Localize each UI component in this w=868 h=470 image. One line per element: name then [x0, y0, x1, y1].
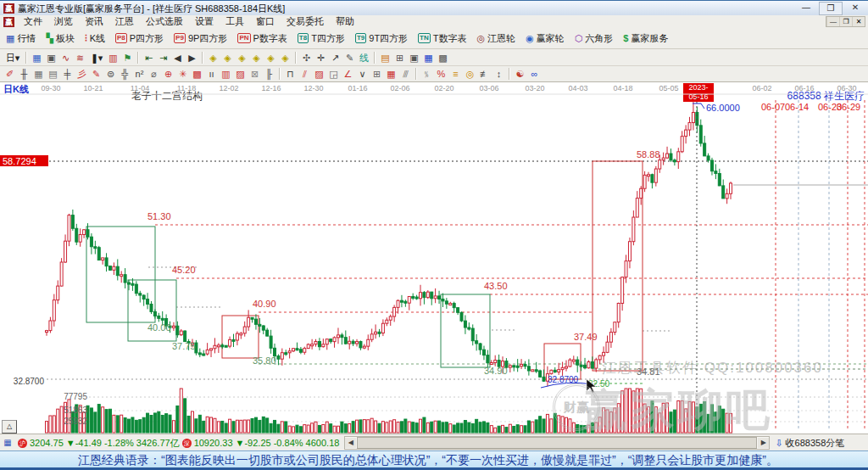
- gann-diamond-2[interactable]: ◈: [220, 51, 235, 64]
- quotes-button[interactable]: ▦行情: [3, 31, 38, 47]
- parallel-lines-tool[interactable]: ⫻: [398, 67, 413, 81]
- menu-江恩[interactable]: 江恩: [109, 15, 140, 28]
- tile-windows-icon[interactable]: ▦: [30, 51, 44, 64]
- time-grid-tool[interactable]: ▥: [219, 67, 233, 81]
- circle-cycle-tool[interactable]: ⊜: [103, 67, 118, 81]
- t-number-button[interactable]: TNT数字表: [415, 31, 469, 47]
- gann-grid-tool[interactable]: ╫: [17, 67, 31, 81]
- p-number-button[interactable]: PNP数字表: [235, 31, 289, 47]
- shenzhen-index-quote[interactable]: 10920.33 ▼-92.25 -0.84% 4600.18: [194, 438, 340, 448]
- last-page-icon[interactable]: ⇥: [156, 51, 170, 64]
- percent-retrace-tool[interactable]: %: [434, 67, 448, 81]
- calculator-icon[interactable]: ⊞: [392, 51, 407, 64]
- diameter-tool[interactable]: ⌀: [147, 67, 161, 81]
- golden-circle-tool[interactable]: ◎: [463, 67, 477, 81]
- quad-box-tool[interactable]: ◲: [326, 67, 341, 81]
- gann-diamond-5[interactable]: ◈: [264, 51, 278, 64]
- matrix-tool[interactable]: ▩: [190, 67, 204, 81]
- menu-资讯[interactable]: 资讯: [79, 15, 109, 28]
- gann-wheel-button[interactable]: ◎江恩轮: [475, 31, 519, 47]
- speed-lines-tool[interactable]: ⫽: [298, 67, 312, 81]
- calendar-icon[interactable]: ▤: [378, 51, 392, 64]
- p-square-button[interactable]: P8P四方形: [113, 31, 166, 47]
- info-panel-icon[interactable]: ▣: [44, 51, 58, 64]
- quote-grid-icon[interactable]: ▦: [2, 438, 14, 448]
- first-page-icon[interactable]: ⇤: [142, 51, 156, 64]
- annotate-tool[interactable]: ✎: [342, 51, 357, 64]
- shade-box-tool[interactable]: ▨: [312, 67, 326, 81]
- scroll-right-arrow[interactable]: ▶: [758, 438, 769, 448]
- gann-diamond-4[interactable]: ◈: [249, 51, 264, 64]
- grid-plus-tool[interactable]: ⊞: [370, 67, 384, 81]
- mdi-minimize-button[interactable]: —: [826, 17, 839, 26]
- volume-pane-expand-button[interactable]: △: [2, 420, 17, 434]
- shanghai-index-quote[interactable]: 3204.75 ▼-41.49 -1.28% 3426.77亿: [30, 437, 180, 450]
- p9-square-button[interactable]: P99P四方形: [171, 31, 230, 47]
- infinity-icon[interactable]: ∞: [527, 67, 542, 81]
- price-grid-tool[interactable]: ╪: [60, 67, 75, 81]
- maximize-button[interactable]: ❐: [819, 2, 843, 15]
- draw-pen-tool[interactable]: ✐: [3, 67, 17, 81]
- gann-diamond-1[interactable]: ◈: [206, 51, 220, 64]
- box-grid-tool[interactable]: ⊠: [248, 67, 262, 81]
- prev-icon[interactable]: ◀: [170, 51, 185, 64]
- chart-canvas[interactable]: 09-3010-2111-0411-1812-0212-1612-3001-16…: [0, 82, 868, 434]
- angle-draw-tool[interactable]: ✎: [89, 67, 103, 81]
- candle-style-dropdown[interactable]: ❚▾: [87, 51, 106, 64]
- notepad-icon[interactable]: ▣: [407, 51, 421, 64]
- winner-service-button[interactable]: $赢家服务: [620, 31, 670, 47]
- square-of-nine-tool[interactable]: n²: [132, 67, 147, 81]
- menu-公式选股[interactable]: 公式选股: [140, 15, 189, 28]
- bracket-tool[interactable]: ⊓: [283, 67, 298, 81]
- sectors-button[interactable]: ▚板块: [43, 31, 76, 47]
- grid-tool[interactable]: ╬: [118, 67, 132, 81]
- line-manager-tool[interactable]: 线: [357, 51, 371, 64]
- trendline-tool[interactable]: ↗: [328, 51, 342, 64]
- period-daily-dropdown[interactable]: 日▾: [3, 51, 23, 64]
- levels-tool[interactable]: ≡: [448, 67, 463, 81]
- hand-pan-tool[interactable]: ✣: [299, 51, 314, 64]
- crosshair-tool[interactable]: ✛: [314, 51, 328, 64]
- wave-count-tool[interactable]: ıı: [204, 67, 219, 81]
- zigzag-icon[interactable]: ∿: [58, 51, 73, 64]
- menu-设置[interactable]: 设置: [189, 15, 220, 28]
- gann-diamond-6[interactable]: ◈: [278, 51, 292, 64]
- fibonacci-tool[interactable]: ≢: [477, 67, 492, 81]
- menu-交易委托[interactable]: 交易委托: [281, 15, 330, 28]
- close-button[interactable]: ✕: [844, 2, 866, 14]
- menu-窗口[interactable]: 窗口: [250, 15, 281, 28]
- minimize-button[interactable]: —: [795, 2, 817, 14]
- scrollbar-thumb[interactable]: [357, 437, 757, 449]
- horizontal-scrollbar[interactable]: ◀ ▶: [344, 436, 770, 450]
- menu-工具[interactable]: 工具: [220, 15, 250, 28]
- flag-icon[interactable]: ⚑: [120, 51, 135, 64]
- menu-浏览[interactable]: 浏览: [48, 15, 79, 28]
- ruler-tool[interactable]: ╟: [262, 67, 276, 81]
- yinyang-icon[interactable]: ☯: [513, 67, 527, 81]
- winner-wheel-button[interactable]: ◉赢家轮: [523, 31, 567, 47]
- red-grid-tool[interactable]: ▦: [384, 67, 398, 81]
- menu-帮助[interactable]: 帮助: [330, 15, 360, 28]
- mdi-close-button[interactable]: ✕: [852, 17, 865, 26]
- star-grid-tool[interactable]: ✳: [175, 67, 190, 81]
- red-grid-icon[interactable]: ▥: [106, 51, 120, 64]
- gann-square-tool[interactable]: ▦: [31, 67, 46, 81]
- save-icon[interactable]: ▦: [421, 51, 436, 64]
- scroll-left-arrow[interactable]: ◀: [345, 438, 356, 448]
- t-square-button[interactable]: T8T四方形: [295, 31, 348, 47]
- angle-grid-tool[interactable]: ▨: [233, 67, 248, 81]
- data-export-icon[interactable]: ▩: [436, 51, 450, 64]
- percent-tool[interactable]: ﹪: [420, 67, 434, 81]
- tick-data-panel[interactable]: ⇩ 收688358分笔: [775, 437, 844, 450]
- kline-button[interactable]: ⫶K线: [82, 31, 108, 47]
- hexagon-button[interactable]: ⬡六角形: [572, 31, 616, 47]
- t9-square-button[interactable]: T99T四方形: [353, 31, 410, 47]
- mdi-restore-button[interactable]: ❐: [839, 17, 852, 26]
- angle-tool[interactable]: ∠: [341, 67, 355, 81]
- gann-fan-tool[interactable]: 彡: [75, 67, 89, 81]
- gann-square-tool-2[interactable]: ▤: [46, 67, 60, 81]
- updown-range-tool[interactable]: ↕: [492, 67, 506, 81]
- gann-diamond-3[interactable]: ◈: [235, 51, 249, 64]
- wave-overlay-icon[interactable]: ≋: [73, 51, 87, 64]
- target-cycle-tool[interactable]: ⊕: [161, 67, 175, 81]
